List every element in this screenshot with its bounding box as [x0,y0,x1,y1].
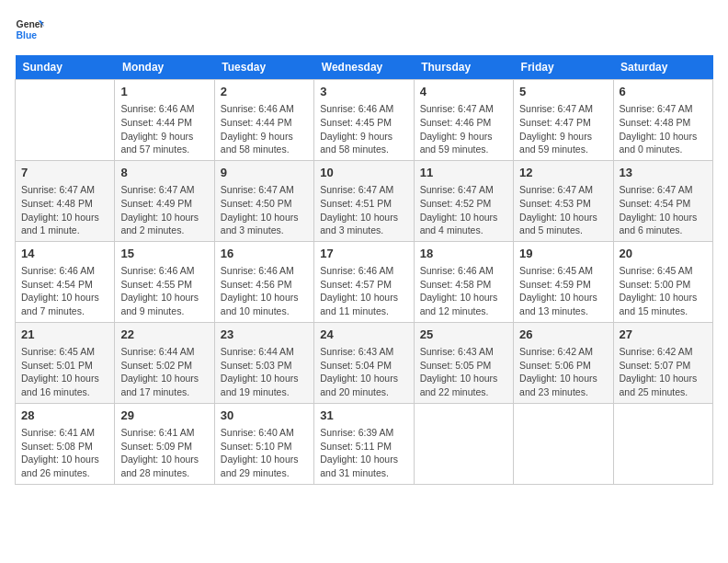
day-cell: 25Sunrise: 6:43 AM Sunset: 5:05 PM Dayli… [414,322,513,403]
day-cell: 8Sunrise: 6:47 AM Sunset: 4:49 PM Daylig… [115,160,214,241]
day-number: 13 [620,165,707,181]
day-number: 3 [320,84,407,100]
page-header: General Blue [15,15,713,44]
day-cell: 17Sunrise: 6:46 AM Sunset: 4:57 PM Dayli… [314,241,414,322]
day-cell: 1Sunrise: 6:46 AM Sunset: 4:44 PM Daylig… [115,80,214,161]
day-info: Sunrise: 6:44 AM Sunset: 5:03 PM Dayligh… [221,345,308,399]
day-info: Sunrise: 6:41 AM Sunset: 5:08 PM Dayligh… [21,426,108,480]
day-info: Sunrise: 6:45 AM Sunset: 5:00 PM Dayligh… [620,264,707,318]
day-cell: 24Sunrise: 6:43 AM Sunset: 5:04 PM Dayli… [314,322,414,403]
day-number: 19 [519,246,607,262]
day-info: Sunrise: 6:47 AM Sunset: 4:48 PM Dayligh… [21,183,108,237]
day-number: 4 [420,84,507,100]
day-number: 20 [620,246,707,262]
day-number: 10 [320,165,407,181]
day-number: 23 [221,327,308,343]
day-number: 18 [420,246,507,262]
day-cell: 7Sunrise: 6:47 AM Sunset: 4:48 PM Daylig… [16,160,115,241]
day-cell: 29Sunrise: 6:41 AM Sunset: 5:09 PM Dayli… [115,403,214,484]
day-number: 7 [21,165,108,181]
day-info: Sunrise: 6:47 AM Sunset: 4:48 PM Dayligh… [620,102,707,156]
day-cell: 11Sunrise: 6:47 AM Sunset: 4:52 PM Dayli… [414,160,513,241]
day-info: Sunrise: 6:42 AM Sunset: 5:06 PM Dayligh… [519,345,607,399]
day-cell: 15Sunrise: 6:46 AM Sunset: 4:55 PM Dayli… [115,241,214,322]
day-info: Sunrise: 6:47 AM Sunset: 4:50 PM Dayligh… [221,183,308,237]
day-number: 26 [519,327,607,343]
day-info: Sunrise: 6:39 AM Sunset: 5:11 PM Dayligh… [320,426,407,480]
day-number: 16 [221,246,308,262]
day-info: Sunrise: 6:45 AM Sunset: 5:01 PM Dayligh… [21,345,108,399]
day-cell: 28Sunrise: 6:41 AM Sunset: 5:08 PM Dayli… [16,403,115,484]
day-number: 31 [320,408,407,424]
day-number: 17 [320,246,407,262]
header-cell-thursday: Thursday [414,55,513,80]
day-info: Sunrise: 6:46 AM Sunset: 4:56 PM Dayligh… [221,264,308,318]
header-cell-monday: Monday [115,55,214,80]
logo-icon: General Blue [15,15,44,44]
day-cell: 2Sunrise: 6:46 AM Sunset: 4:44 PM Daylig… [214,80,313,161]
day-cell [414,403,513,484]
day-cell: 6Sunrise: 6:47 AM Sunset: 4:48 PM Daylig… [613,80,712,161]
day-info: Sunrise: 6:46 AM Sunset: 4:44 PM Dayligh… [120,102,208,156]
svg-text:Blue: Blue [17,30,38,40]
day-number: 1 [120,84,208,100]
header-row: SundayMondayTuesdayWednesdayThursdayFrid… [16,55,713,80]
day-cell: 27Sunrise: 6:42 AM Sunset: 5:07 PM Dayli… [613,322,712,403]
day-info: Sunrise: 6:47 AM Sunset: 4:47 PM Dayligh… [519,102,607,156]
day-info: Sunrise: 6:47 AM Sunset: 4:54 PM Dayligh… [620,183,707,237]
day-cell: 10Sunrise: 6:47 AM Sunset: 4:51 PM Dayli… [314,160,414,241]
day-info: Sunrise: 6:47 AM Sunset: 4:51 PM Dayligh… [320,183,407,237]
day-info: Sunrise: 6:41 AM Sunset: 5:09 PM Dayligh… [120,426,208,480]
day-info: Sunrise: 6:46 AM Sunset: 4:58 PM Dayligh… [420,264,507,318]
day-cell: 3Sunrise: 6:46 AM Sunset: 4:45 PM Daylig… [314,80,414,161]
week-row-5: 28Sunrise: 6:41 AM Sunset: 5:08 PM Dayli… [16,403,713,484]
week-row-4: 21Sunrise: 6:45 AM Sunset: 5:01 PM Dayli… [16,322,713,403]
day-info: Sunrise: 6:46 AM Sunset: 4:54 PM Dayligh… [21,264,108,318]
day-info: Sunrise: 6:46 AM Sunset: 4:55 PM Dayligh… [120,264,208,318]
day-cell: 20Sunrise: 6:45 AM Sunset: 5:00 PM Dayli… [613,241,712,322]
day-cell: 18Sunrise: 6:46 AM Sunset: 4:58 PM Dayli… [414,241,513,322]
day-cell: 16Sunrise: 6:46 AM Sunset: 4:56 PM Dayli… [214,241,313,322]
day-cell: 5Sunrise: 6:47 AM Sunset: 4:47 PM Daylig… [514,80,613,161]
day-number: 6 [620,84,707,100]
day-number: 27 [620,327,707,343]
day-number: 9 [221,165,308,181]
day-cell: 23Sunrise: 6:44 AM Sunset: 5:03 PM Dayli… [214,322,313,403]
header-cell-tuesday: Tuesday [214,55,313,80]
day-cell: 13Sunrise: 6:47 AM Sunset: 4:54 PM Dayli… [613,160,712,241]
header-cell-friday: Friday [514,55,613,80]
day-cell: 4Sunrise: 6:47 AM Sunset: 4:46 PM Daylig… [414,80,513,161]
day-info: Sunrise: 6:43 AM Sunset: 5:05 PM Dayligh… [420,345,507,399]
day-number: 28 [21,408,108,424]
day-cell: 30Sunrise: 6:40 AM Sunset: 5:10 PM Dayli… [214,403,313,484]
day-cell: 21Sunrise: 6:45 AM Sunset: 5:01 PM Dayli… [16,322,115,403]
day-number: 12 [519,165,607,181]
day-info: Sunrise: 6:46 AM Sunset: 4:57 PM Dayligh… [320,264,407,318]
day-info: Sunrise: 6:47 AM Sunset: 4:46 PM Dayligh… [420,102,507,156]
day-number: 21 [21,327,108,343]
logo: General Blue [15,15,44,44]
header-cell-saturday: Saturday [613,55,712,80]
day-info: Sunrise: 6:46 AM Sunset: 4:44 PM Dayligh… [221,102,308,156]
day-info: Sunrise: 6:43 AM Sunset: 5:04 PM Dayligh… [320,345,407,399]
day-number: 24 [320,327,407,343]
day-cell: 22Sunrise: 6:44 AM Sunset: 5:02 PM Dayli… [115,322,214,403]
day-info: Sunrise: 6:47 AM Sunset: 4:49 PM Dayligh… [120,183,208,237]
header-cell-wednesday: Wednesday [314,55,414,80]
day-info: Sunrise: 6:47 AM Sunset: 4:53 PM Dayligh… [519,183,607,237]
day-info: Sunrise: 6:46 AM Sunset: 4:45 PM Dayligh… [320,102,407,156]
day-number: 30 [221,408,308,424]
day-number: 15 [120,246,208,262]
calendar-table: SundayMondayTuesdayWednesdayThursdayFrid… [15,55,713,485]
day-cell: 19Sunrise: 6:45 AM Sunset: 4:59 PM Dayli… [514,241,613,322]
day-cell [16,80,115,161]
day-cell: 9Sunrise: 6:47 AM Sunset: 4:50 PM Daylig… [214,160,313,241]
day-cell [514,403,613,484]
day-info: Sunrise: 6:40 AM Sunset: 5:10 PM Dayligh… [221,426,308,480]
day-cell: 14Sunrise: 6:46 AM Sunset: 4:54 PM Dayli… [16,241,115,322]
day-cell [613,403,712,484]
day-info: Sunrise: 6:47 AM Sunset: 4:52 PM Dayligh… [420,183,507,237]
day-number: 5 [519,84,607,100]
header-cell-sunday: Sunday [16,55,115,80]
week-row-2: 7Sunrise: 6:47 AM Sunset: 4:48 PM Daylig… [16,160,713,241]
